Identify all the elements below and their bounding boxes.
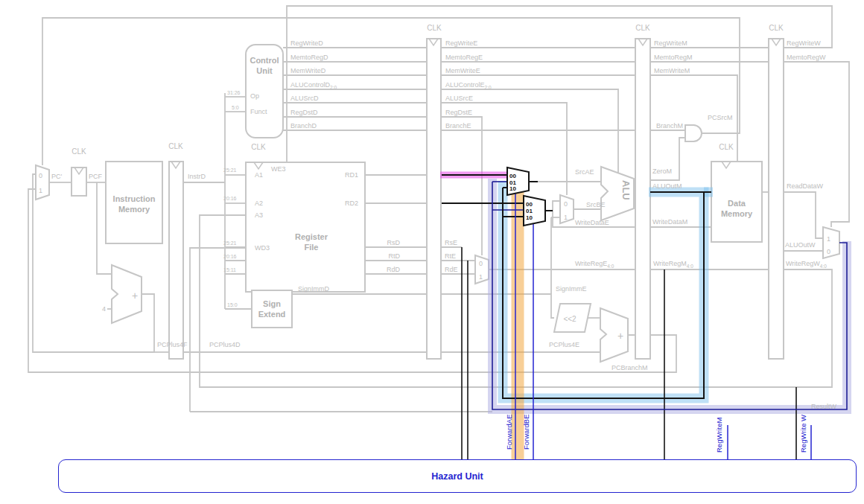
label-we3: WE3 <box>271 165 286 173</box>
label-fwdb-10: 10 <box>526 214 533 221</box>
label-const4: 4 <box>102 305 106 313</box>
label-signext-title1: Sign <box>263 299 281 308</box>
label-memtoregd: MemtoRegD <box>290 54 328 61</box>
label-signimmd: SignImmD <box>298 285 330 293</box>
label-aluoutm: ALUOutM <box>652 182 682 190</box>
label-rtd: RtD <box>389 252 401 260</box>
label-writedatae: WriteDataE <box>575 219 609 226</box>
label-memwritee: MemWriteE <box>445 67 480 74</box>
label-bits150: 15:0 <box>227 302 238 307</box>
label-pcmux-0: 0 <box>39 172 42 179</box>
label-dmem-title1: Data <box>728 199 746 208</box>
label-alusrcd: ALUSrcD <box>290 95 319 102</box>
processor-diagram: RegWriteDMemtoRegDMemWriteDALUControlD2:… <box>0 0 864 504</box>
label-alucontrole: ALUControlE2:0 <box>445 81 492 90</box>
label-aluoutw: ALUOutW <box>785 241 816 249</box>
label-rsd: RsD <box>387 239 401 246</box>
wire-signimme <box>441 294 554 318</box>
label-srcbe: SrcBE <box>586 201 606 208</box>
label-bits50: 5:0 <box>232 105 239 110</box>
label-bits3126: 31:26 <box>227 90 241 95</box>
label-bits2016-b: 20:16 <box>223 254 237 259</box>
label-regwritem-blue: RegWriteM <box>715 418 723 453</box>
label-memtorege: MemtoRegE <box>445 54 483 61</box>
label-rdd: RdD <box>387 266 401 273</box>
label-pcbranchm: PCBranchM <box>612 364 648 371</box>
label-rte: RtE <box>445 252 456 260</box>
pipelined-mips-diagram: RegWriteDMemtoRegDMemWriteDALUControlD2:… <box>0 0 864 504</box>
label-pcf: PCF <box>89 173 103 180</box>
label-rde: RdE <box>445 266 458 273</box>
label-pcsrcm: PCSrcM <box>708 114 733 121</box>
label-branche: BranchE <box>445 122 471 130</box>
result-mux <box>823 227 839 258</box>
label-regdstmux-0: 0 <box>479 260 483 267</box>
label-regdstmux-1: 1 <box>479 273 483 281</box>
de-pipeline-register <box>427 39 441 359</box>
wire-srcbe-up <box>553 201 560 211</box>
label-wd3: WD3 <box>255 244 270 252</box>
label-regdstd: RegDstD <box>290 109 318 116</box>
label-alucontrold: ALUControlD2:0 <box>290 81 337 90</box>
label-regfile-title1: Register <box>295 232 328 241</box>
label-writerege: WriteRegE4:0 <box>575 260 614 269</box>
sign-extend-box <box>252 290 292 328</box>
label-imem-title1: Instruction <box>113 194 156 203</box>
label-fwdb-00: 00 <box>526 201 533 208</box>
label-bits2521-a: 25:21 <box>223 168 237 173</box>
label-signext-title2: Extend <box>258 310 286 319</box>
label-a1: A1 <box>255 171 263 179</box>
label-branchadder-plus: + <box>617 330 623 342</box>
label-resultmux-1: 1 <box>827 235 830 243</box>
fd-pipeline-register <box>169 162 183 359</box>
label-pcprime: PC' <box>51 173 63 180</box>
wire-readdataw <box>784 192 823 238</box>
wire-regwritew-loop <box>287 6 832 162</box>
label-clk-mw: CLK <box>769 24 784 32</box>
label-regwritee: RegWriteE <box>445 39 477 47</box>
label-regwritew: RegWriteW <box>787 39 821 47</box>
label-rse: RsE <box>445 239 457 246</box>
label-writeregm: WriteRegM4:0 <box>653 260 693 269</box>
label-a3: A3 <box>255 211 263 219</box>
pc-register <box>72 168 86 196</box>
label-bits2521-b: 25:21 <box>223 240 237 246</box>
label-fwdb-01: 01 <box>526 208 533 214</box>
label-regfile-title2: File <box>305 243 319 252</box>
label-memwrited: MemWriteD <box>290 67 326 74</box>
pc-mux <box>36 165 49 200</box>
label-clk-pc: CLK <box>72 147 86 156</box>
label-dmem-title2: Memory <box>721 209 753 218</box>
hazard-unit-box: Hazard Unit <box>58 459 857 493</box>
row-regdst-e <box>441 117 482 255</box>
label-clk-regfile: CLK <box>251 143 266 151</box>
label-pcplus4f: PCPlus4F <box>157 341 188 348</box>
label-memwritem: MemWriteM <box>654 67 690 74</box>
label-imem-title2: Memory <box>118 205 150 214</box>
label-alusrce: ALUSrcE <box>445 95 473 102</box>
branch-adder <box>600 308 628 362</box>
label-resultmux-0: 0 <box>827 248 830 255</box>
label-bits2016-a: 20:16 <box>223 196 237 201</box>
label-alusrcmux-0: 0 <box>564 200 568 208</box>
label-clk-de: CLK <box>427 24 442 32</box>
label-clk-em: CLK <box>635 24 650 32</box>
label-alusrcmux-1: 1 <box>564 214 568 221</box>
label-rd2: RD2 <box>345 200 358 207</box>
label-funct: Funct <box>250 108 267 115</box>
label-fwda-10: 10 <box>509 185 516 192</box>
label-rd1: RD1 <box>345 171 358 179</box>
branch-and-gate <box>685 125 702 141</box>
em-pipeline-register <box>635 39 650 359</box>
label-memtoregm: MemtoRegM <box>654 54 693 61</box>
label-forwardae: ForwardAE <box>505 414 513 450</box>
label-memtoregw: MemtoRegW <box>787 54 826 61</box>
wire-memtoregw <box>784 62 849 227</box>
label-branchd: BranchD <box>290 122 317 130</box>
label-writedatam: WriteDataM <box>652 218 687 226</box>
label-clk-dmem: CLK <box>719 143 734 151</box>
label-regwrited: RegWriteD <box>290 39 323 47</box>
label-regwritew-blue: RegWrite W <box>799 415 807 453</box>
label-fwda-00: 00 <box>509 173 516 179</box>
label-readdataw: ReadDataW <box>787 182 824 190</box>
